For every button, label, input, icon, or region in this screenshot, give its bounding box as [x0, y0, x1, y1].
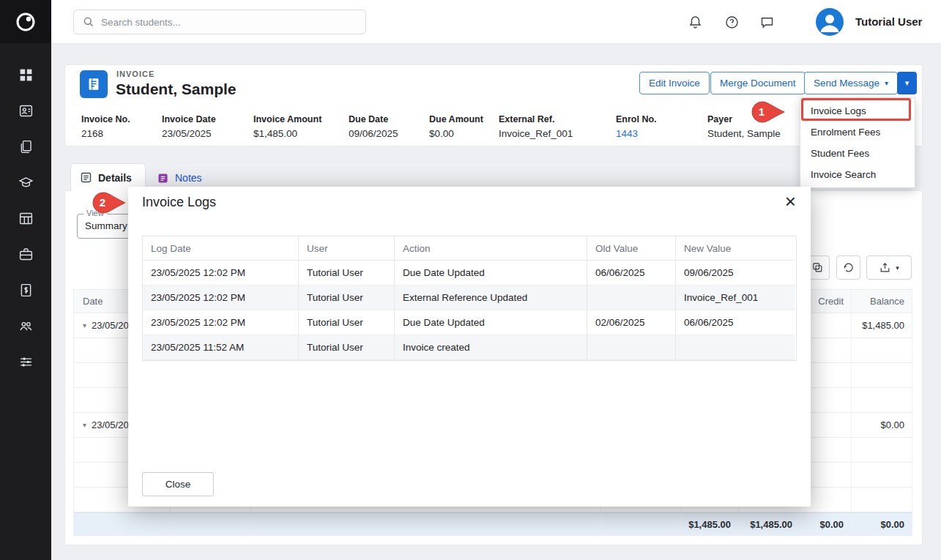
menu-item-invoice-search[interactable]: Invoice Search [800, 164, 915, 185]
field-enrol-no: Enrol No.1443 [616, 114, 657, 139]
page-title: Student, Sample [116, 81, 237, 98]
briefcase-icon [18, 247, 34, 265]
log-table-header: Log Date User Action Old Value New Value [143, 236, 796, 261]
chevron-down-icon: ▾ [896, 264, 899, 272]
copy-icon [811, 261, 824, 274]
search-icon [83, 16, 94, 28]
modal-title: Invoice Logs [142, 195, 216, 210]
sidebar-item-courses[interactable] [0, 166, 51, 202]
people-icon [18, 318, 34, 337]
details-icon [80, 171, 92, 184]
field-invoice-amount: Invoice Amount$1,485.00 [253, 114, 321, 139]
menu-item-enrolment-fees[interactable]: Enrolment Fees [800, 122, 915, 143]
user-icon [816, 8, 844, 36]
close-icon[interactable]: × [785, 190, 796, 214]
field-due-amount: Due Amount$0.00 [429, 114, 483, 139]
sidebar-item-dashboard[interactable] [0, 59, 51, 94]
user-name[interactable]: Tutorial User [855, 15, 922, 28]
chevron-down-icon: ▾ [905, 78, 910, 88]
app-logo-icon[interactable] [0, 0, 51, 43]
notifications-button[interactable] [685, 12, 704, 31]
view-select-value: Summary [85, 220, 127, 231]
view-select-label: View [83, 209, 107, 217]
sidebar-item-services[interactable] [0, 238, 51, 274]
notes-icon [157, 172, 169, 184]
merge-document-button[interactable]: Merge Document [710, 72, 806, 94]
close-button[interactable]: Close [142, 472, 214, 496]
sidebar-item-community[interactable] [0, 310, 51, 346]
sliders-icon [18, 354, 34, 373]
log-row: 23/05/2025 12:02 PMTutorial UserExternal… [143, 285, 796, 310]
field-payer: PayerStudent, Sample [707, 114, 781, 139]
log-row: 23/05/2025 12:02 PMTutorial UserDue Date… [143, 261, 796, 285]
topbar: Tutorial User [51, 0, 941, 44]
invoice-logs-table: Log Date User Action Old Value New Value… [142, 236, 797, 361]
field-invoice-no: Invoice No.2168 [81, 114, 130, 139]
more-actions-button[interactable]: ▾ [897, 72, 917, 94]
avatar[interactable] [816, 8, 844, 36]
history-icon [842, 261, 855, 274]
chevron-down-icon: ▾ [885, 79, 888, 87]
tab-notes[interactable]: Notes [157, 167, 220, 189]
field-external-ref: External Ref.Invoice_Ref_001 [499, 114, 573, 139]
send-message-button[interactable]: Send Message ▾ [804, 72, 898, 94]
history-button[interactable] [836, 255, 860, 280]
menu-item-invoice-logs[interactable]: Invoice Logs [800, 100, 915, 122]
field-due-date: Due Date09/06/2025 [349, 114, 398, 139]
graduation-cap-icon [18, 175, 34, 193]
search-input[interactable] [101, 17, 357, 28]
send-message-dropdown: Invoice Logs Enrolment Fees Student Fees… [800, 97, 915, 188]
chat-button[interactable] [757, 12, 776, 31]
sidebar-item-documents[interactable] [0, 130, 51, 166]
search-box[interactable] [73, 10, 366, 34]
chevron-down-icon: ▾ [83, 321, 86, 329]
menu-item-student-fees[interactable]: Student Fees [800, 143, 915, 164]
sidebar-item-settings[interactable] [0, 346, 51, 381]
record-type-label: INVOICE [116, 70, 155, 78]
invoice-logs-modal: Invoice Logs × Log Date User Action Old … [128, 187, 811, 507]
sidebar-item-students[interactable] [0, 94, 51, 130]
enrol-no-link[interactable]: 1443 [616, 128, 657, 139]
field-invoice-date: Invoice Date23/05/2025 [162, 114, 216, 139]
col-header-balance: Balance [852, 290, 912, 313]
sidebar-item-finance[interactable] [0, 274, 51, 310]
help-icon [724, 15, 740, 30]
log-row: 23/05/2025 12:02 PMTutorial UserDue Date… [143, 310, 796, 335]
invoice-header-card: INVOICE Student, Sample Edit Invoice Mer… [64, 64, 923, 146]
sidebar-item-tables[interactable] [0, 202, 51, 238]
bell-icon [688, 15, 703, 30]
dashboard-icon [18, 67, 34, 86]
export-button[interactable]: ▾ [866, 255, 912, 280]
invoice-icon [80, 70, 108, 98]
help-button[interactable] [722, 12, 741, 31]
totals-row: $1,485.00 $1,485.00 $0.00 $0.00 [74, 512, 912, 536]
chat-icon [759, 15, 775, 30]
log-row: 23/05/2025 11:52 AMTutorial UserInvoice … [143, 335, 796, 360]
students-icon [18, 103, 34, 122]
chevron-down-icon: ▾ [83, 421, 86, 429]
documents-icon [18, 139, 34, 157]
invoice-dollar-icon [18, 283, 34, 301]
table-icon [18, 211, 34, 229]
edit-invoice-button[interactable]: Edit Invoice [639, 72, 710, 94]
export-icon [879, 261, 891, 274]
sidebar [0, 0, 51, 560]
